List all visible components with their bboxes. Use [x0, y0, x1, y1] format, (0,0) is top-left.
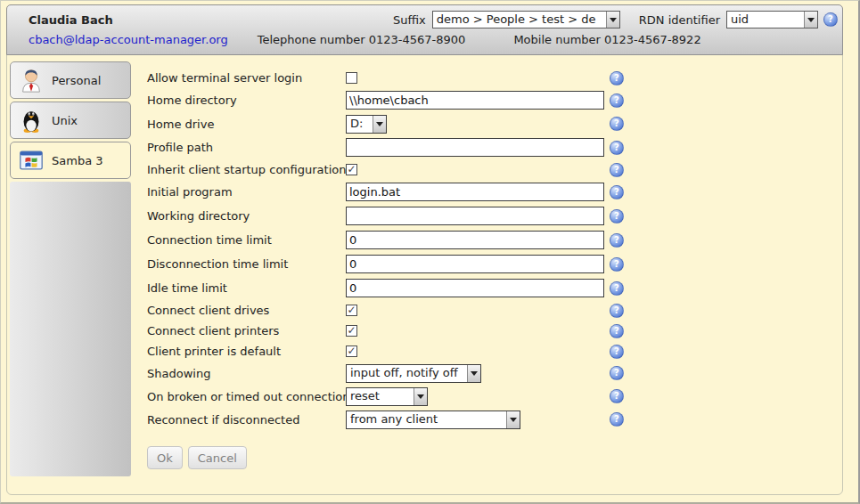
- help-icon[interactable]: ?: [610, 71, 624, 85]
- arrow-down-icon: [807, 18, 815, 22]
- suffix-select[interactable]: demo > People > test > de: [432, 11, 620, 28]
- shadowing-label: Shadowing: [147, 367, 346, 380]
- module-tabs-sidebar: Personal Unix: [10, 61, 131, 495]
- initial-program-label: Initial program: [147, 185, 346, 199]
- help-icon[interactable]: ?: [610, 345, 624, 359]
- telephone-number: Telephone number 0123-4567-8900: [258, 33, 466, 46]
- form-row: Shadowinginput off, notify off?: [147, 362, 842, 385]
- help-icon[interactable]: ?: [610, 185, 624, 199]
- suffix-select-value: demo > People > test > de: [433, 12, 606, 28]
- arrow-down-icon: [376, 122, 383, 126]
- allow-terminal-server-login-label: Allow terminal server login: [147, 71, 346, 85]
- person-icon: [11, 67, 52, 93]
- form-row: Connect client printers✓?: [147, 321, 842, 341]
- shadowing-select[interactable]: input off, notify off: [346, 364, 481, 383]
- inherit-client-startup-configuration-checkbox[interactable]: ✓: [346, 164, 357, 175]
- working-directory-label: Working directory: [147, 209, 346, 223]
- help-icon[interactable]: ?: [610, 233, 624, 248]
- reconnect-if-disconnected-select[interactable]: from any client: [346, 411, 520, 429]
- dropdown-arrow-button[interactable]: [606, 12, 619, 28]
- field-cell: [346, 255, 610, 273]
- tab-samba3[interactable]: Samba 3: [10, 142, 131, 179]
- form-row: Connection time limit?: [147, 228, 842, 252]
- help-icon[interactable]: ?: [823, 12, 838, 27]
- header-row-1: Claudia Bach Suffix demo > People > test…: [29, 10, 838, 29]
- dropdown-arrow-button[interactable]: [804, 12, 817, 28]
- profile-path-label: Profile path: [147, 141, 346, 154]
- windows-logo-icon: [11, 147, 52, 174]
- ok-button[interactable]: Ok: [147, 446, 183, 469]
- connect-client-drives-label: Connect client drives: [147, 304, 346, 317]
- field-cell: ✓: [346, 345, 610, 357]
- disconnection-time-limit-input[interactable]: [346, 255, 604, 273]
- field-cell: [346, 183, 610, 201]
- help-icon[interactable]: ?: [610, 93, 624, 108]
- dropdown-arrow-button[interactable]: [373, 116, 386, 133]
- tux-penguin-icon: [11, 107, 52, 134]
- profile-path-input[interactable]: [346, 138, 604, 157]
- help-icon[interactable]: ?: [610, 281, 624, 296]
- allow-terminal-server-login-checkbox[interactable]: [346, 72, 357, 84]
- arrow-down-icon: [610, 18, 617, 22]
- field-cell: [346, 91, 610, 110]
- help-icon[interactable]: ?: [610, 209, 624, 224]
- form-row: On broken or timed out connectionreset?: [147, 385, 842, 408]
- help-icon[interactable]: ?: [610, 366, 624, 380]
- field-cell: [346, 231, 610, 249]
- mobile-number: Mobile number 0123-4567-8922: [513, 33, 700, 46]
- working-directory-input[interactable]: [346, 207, 604, 225]
- on-broken-or-timed-out-connection-select[interactable]: reset: [346, 387, 428, 406]
- connection-time-limit-input[interactable]: [346, 231, 604, 249]
- tab-personal[interactable]: Personal: [10, 61, 131, 99]
- home-drive-label: Home drive: [147, 118, 346, 131]
- form-row: Allow terminal server login?: [147, 68, 842, 88]
- idle-time-limit-input[interactable]: [346, 279, 604, 297]
- dropdown-arrow-button[interactable]: [506, 411, 520, 428]
- rdn-identifier-select[interactable]: uid: [726, 11, 818, 28]
- home-directory-input[interactable]: [346, 91, 604, 110]
- email-link[interactable]: cbach@ldap-account-manager.org: [29, 33, 228, 46]
- help-icon[interactable]: ?: [610, 117, 624, 131]
- home-drive-select[interactable]: D:: [346, 115, 387, 134]
- header-controls: Suffix demo > People > test > de RDN ide…: [393, 11, 838, 28]
- tab-unix[interactable]: Unix: [10, 102, 131, 139]
- help-icon[interactable]: ?: [610, 141, 624, 155]
- cancel-button[interactable]: Cancel: [188, 446, 247, 469]
- client-printer-is-default-checkbox[interactable]: ✓: [346, 345, 357, 357]
- account-name: Claudia Bach: [29, 13, 113, 27]
- field-cell: D:: [346, 115, 610, 134]
- field-cell: ✓: [346, 305, 610, 316]
- connect-client-drives-checkbox[interactable]: ✓: [346, 305, 357, 316]
- help-icon[interactable]: ?: [610, 324, 624, 338]
- page-frame: Claudia Bach Suffix demo > People > test…: [6, 4, 843, 495]
- form-row: Profile path?: [147, 135, 842, 159]
- form-buttons: Ok Cancel: [147, 446, 842, 469]
- help-icon[interactable]: ?: [610, 304, 624, 318]
- help-icon[interactable]: ?: [610, 257, 624, 272]
- tab-personal-label: Personal: [52, 74, 101, 87]
- on-broken-or-timed-out-connection-label: On broken or timed out connection: [147, 390, 346, 403]
- select-value: D:: [347, 116, 373, 133]
- help-icon[interactable]: ?: [610, 163, 624, 177]
- dropdown-arrow-button[interactable]: [467, 365, 480, 382]
- tab-samba3-label: Samba 3: [52, 154, 103, 167]
- help-icon[interactable]: ?: [610, 389, 624, 403]
- dropdown-arrow-button[interactable]: [414, 388, 427, 405]
- field-cell: [346, 279, 610, 297]
- suffix-label: Suffix: [393, 13, 426, 27]
- form-row: Home directory?: [147, 88, 842, 112]
- initial-program-input[interactable]: [346, 183, 604, 201]
- header-row-2: cbach@ldap-account-manager.org Telephone…: [29, 29, 838, 49]
- form-row: Client printer is default✓?: [147, 341, 842, 362]
- connect-client-printers-checkbox[interactable]: ✓: [346, 325, 357, 337]
- inherit-client-startup-configuration-label: Inherit client startup configuration: [147, 163, 346, 176]
- idle-time-limit-label: Idle time limit: [147, 281, 346, 295]
- main-area: Personal Unix: [7, 55, 842, 495]
- form-rows: Allow terminal server login?Home directo…: [147, 68, 842, 431]
- form-row: Initial program?: [147, 180, 842, 204]
- select-value: input off, notify off: [347, 365, 467, 382]
- disconnection-time-limit-label: Disconnection time limit: [147, 257, 346, 271]
- field-cell: [346, 207, 610, 225]
- field-cell: reset: [346, 387, 610, 406]
- help-icon[interactable]: ?: [610, 412, 624, 427]
